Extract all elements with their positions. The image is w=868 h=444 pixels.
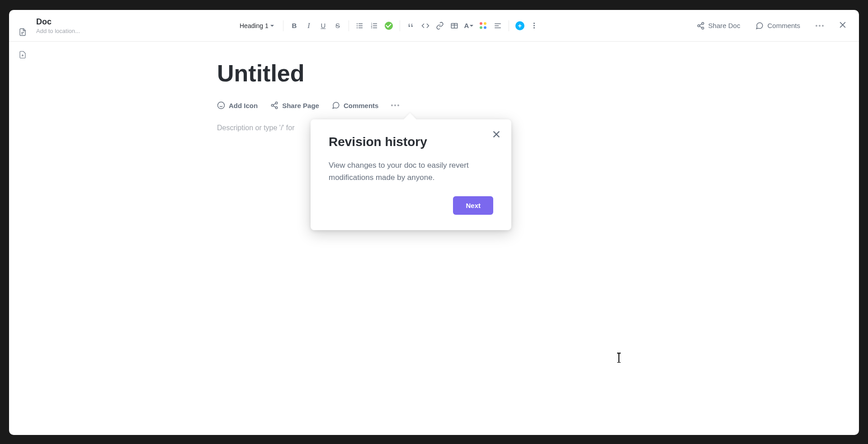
svg-rect-15 [495, 23, 501, 24]
more-horizontal-icon [391, 104, 399, 106]
divider [349, 20, 349, 31]
checklist-button[interactable] [382, 19, 395, 32]
more-vertical-icon [533, 23, 535, 28]
doc-indicator-icon[interactable] [19, 28, 27, 38]
share-page-label: Share Page [282, 102, 319, 109]
svg-rect-17 [495, 27, 501, 28]
chevron-down-icon [470, 25, 473, 27]
highlight-color-button[interactable] [477, 19, 490, 32]
doc-title[interactable]: Untitled [217, 60, 859, 87]
revision-history-popover: Revision history View changes to your do… [311, 119, 511, 230]
align-button[interactable] [491, 19, 504, 32]
check-icon [385, 22, 393, 30]
comments-label: Comments [767, 22, 800, 29]
svg-text:3: 3 [371, 26, 372, 29]
color-dots-icon [480, 22, 487, 29]
text-color-button[interactable]: A [462, 19, 475, 32]
close-icon [838, 20, 847, 29]
more-options-button[interactable] [528, 19, 541, 32]
bullet-list-button[interactable] [354, 19, 366, 32]
doc-title-label[interactable]: Doc [36, 17, 104, 27]
table-button[interactable] [448, 19, 461, 32]
smiley-icon [217, 101, 225, 109]
page-more-button[interactable] [391, 104, 399, 106]
heading-dropdown[interactable]: Heading 1 [235, 19, 278, 32]
add-icon-label: Add Icon [229, 102, 258, 109]
left-sidebar [9, 10, 36, 435]
svg-rect-16 [495, 25, 499, 26]
quote-button[interactable] [405, 19, 417, 32]
doc-header: Doc Add to location... [36, 17, 104, 34]
svg-point-20 [702, 27, 704, 29]
svg-rect-9 [373, 25, 377, 26]
code-button[interactable] [419, 19, 432, 32]
italic-button[interactable]: I [302, 19, 315, 32]
comment-icon [332, 101, 340, 109]
share-doc-button[interactable]: Share Doc [693, 19, 744, 33]
share-icon [270, 101, 278, 109]
svg-rect-11 [373, 27, 377, 28]
doc-content: Untitled Add Icon Share Page Comments De… [9, 42, 859, 435]
underline-button[interactable]: U [317, 19, 330, 32]
share-icon [697, 22, 705, 30]
svg-point-25 [218, 102, 225, 109]
comments-button[interactable]: Comments [752, 19, 804, 33]
add-block-button[interactable]: + [514, 19, 526, 32]
svg-point-4 [357, 27, 358, 28]
strikethrough-button[interactable]: S [331, 19, 344, 32]
share-page-button[interactable]: Share Page [270, 101, 319, 109]
svg-point-0 [357, 23, 358, 24]
more-horizontal-icon [816, 25, 824, 27]
doc-toolbar: Doc Add to location... Heading 1 B I U S… [9, 10, 859, 42]
svg-point-29 [271, 104, 274, 107]
chevron-down-icon [270, 25, 274, 27]
formatting-toolbar: Heading 1 B I U S 123 [235, 19, 541, 32]
svg-point-18 [702, 22, 704, 24]
bold-button[interactable]: B [288, 19, 301, 32]
svg-line-21 [699, 24, 702, 25]
add-icon-button[interactable]: Add Icon [217, 101, 258, 109]
close-icon [491, 129, 501, 139]
next-button[interactable]: Next [453, 196, 493, 215]
plus-icon: + [515, 21, 524, 30]
page-comments-label: Comments [344, 102, 379, 109]
popover-body: View changes to your doc to easily rever… [329, 159, 493, 184]
svg-point-2 [357, 25, 358, 26]
doc-more-button[interactable] [812, 22, 827, 29]
popover-actions: Next [329, 196, 493, 215]
divider [509, 20, 509, 31]
comment-icon [755, 22, 764, 30]
toolbar-right: Share Doc Comments [693, 18, 850, 34]
numbered-list-button[interactable]: 123 [368, 19, 381, 32]
text-cursor-indicator [618, 353, 619, 363]
svg-rect-7 [373, 23, 377, 24]
svg-point-19 [698, 24, 700, 27]
divider [283, 20, 283, 31]
close-button[interactable] [835, 18, 850, 34]
popover-title: Revision history [329, 135, 493, 149]
page-comments-button[interactable]: Comments [332, 101, 379, 109]
link-button[interactable] [434, 19, 446, 32]
svg-rect-1 [359, 23, 363, 24]
svg-line-31 [274, 104, 276, 105]
page-actions: Add Icon Share Page Comments [217, 101, 859, 109]
svg-point-28 [275, 102, 278, 104]
add-subpage-icon[interactable] [19, 51, 27, 61]
heading-label: Heading 1 [240, 22, 269, 29]
share-doc-label: Share Doc [708, 22, 741, 29]
svg-rect-5 [359, 27, 363, 28]
location-placeholder[interactable]: Add to location... [36, 28, 104, 34]
divider [400, 20, 400, 31]
svg-line-22 [699, 26, 702, 28]
svg-rect-3 [359, 25, 363, 26]
svg-point-30 [275, 107, 278, 109]
popover-close-button[interactable] [491, 129, 501, 141]
svg-line-32 [274, 106, 276, 107]
